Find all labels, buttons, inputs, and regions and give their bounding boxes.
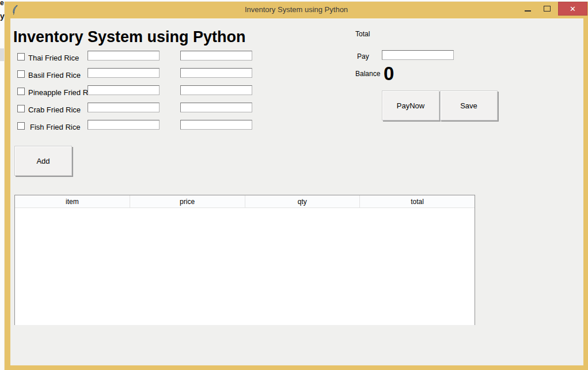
column-header-qty[interactable]: qty <box>245 195 361 207</box>
close-button[interactable]: ✕ <box>558 2 587 16</box>
items-table-header: item price qty total <box>15 195 475 208</box>
fish-fried-rice-label: Fish Fried Rice <box>30 123 80 131</box>
desktop-background: e y Inventory System using Python ✕ <box>0 0 588 370</box>
titlebar[interactable]: Inventory System using Python ✕ <box>5 2 588 18</box>
maximize-icon <box>544 6 551 12</box>
items-table-body <box>15 208 475 325</box>
crab-qty-input[interactable] <box>180 103 252 112</box>
basil-price-input[interactable] <box>88 68 160 78</box>
desktop-edge-fragment <box>0 48 4 61</box>
fish-price-input[interactable] <box>88 120 160 130</box>
basil-fried-rice-checkbox[interactable] <box>17 70 25 78</box>
item-row-fish: Fish Fried Rice <box>10 120 367 137</box>
basil-fried-rice-label: Basil Fried Rice <box>28 71 81 80</box>
item-row-thai: Thai Fried Rice <box>10 51 367 68</box>
minimize-button[interactable] <box>520 2 536 16</box>
thai-price-input[interactable] <box>88 51 160 61</box>
pineapple-qty-input[interactable] <box>180 85 252 95</box>
paynow-button[interactable]: PayNow <box>382 90 439 120</box>
window-title: Inventory System using Python <box>5 2 588 18</box>
items-table: item price qty total <box>14 195 475 325</box>
item-row-crab: Crab Fried Rice <box>10 103 367 120</box>
column-header-item[interactable]: item <box>15 195 130 207</box>
basil-qty-input[interactable] <box>180 68 252 78</box>
pay-input[interactable] <box>382 50 454 60</box>
fish-qty-input[interactable] <box>180 120 252 130</box>
desktop-icon-text-fragment: e <box>0 0 4 7</box>
pineapple-fried-rice-checkbox[interactable] <box>17 88 25 95</box>
minimize-icon <box>525 10 531 12</box>
balance-value: 0 <box>384 63 394 85</box>
item-row-basil: Basil Fried Rice <box>10 68 367 85</box>
save-button[interactable]: Save <box>440 90 498 120</box>
thai-fried-rice-checkbox[interactable] <box>17 53 25 61</box>
add-button[interactable]: Add <box>14 146 72 176</box>
thai-fried-rice-label: Thai Fried Rice <box>28 54 79 62</box>
client-area: Inventory System using Python Thai Fried… <box>10 18 583 365</box>
thai-qty-input[interactable] <box>180 51 252 61</box>
column-header-total[interactable]: total <box>360 195 475 207</box>
balance-label: Balance <box>355 70 380 78</box>
pineapple-price-input[interactable] <box>88 85 160 95</box>
item-row-pineapple: Pineapple Fried Rice <box>10 85 367 103</box>
column-header-price[interactable]: price <box>130 195 245 207</box>
crab-fried-rice-label: Crab Fried Rice <box>28 105 81 114</box>
crab-price-input[interactable] <box>88 103 160 112</box>
crab-fried-rice-checkbox[interactable] <box>17 105 25 112</box>
pay-label: Pay <box>357 52 369 61</box>
maximize-button[interactable] <box>539 2 555 16</box>
fish-fried-rice-checkbox[interactable] <box>17 122 25 130</box>
app-window: Inventory System using Python ✕ Inventor… <box>5 2 588 370</box>
close-icon: ✕ <box>570 5 576 13</box>
page-title: Inventory System using Python <box>13 28 246 46</box>
total-label: Total <box>355 30 370 38</box>
desktop-icon-text-fragment: y <box>0 12 5 21</box>
